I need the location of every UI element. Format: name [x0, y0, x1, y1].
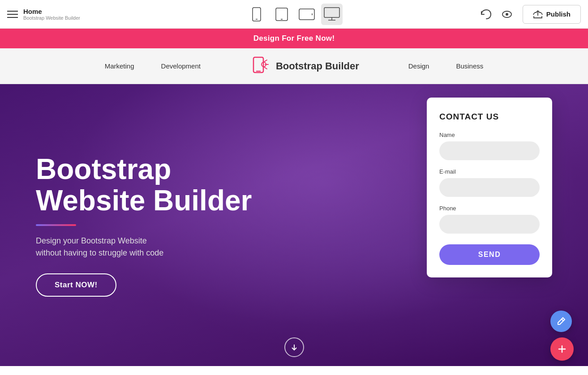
- hero-content: Bootstrap Website Builder Design your Bo…: [0, 153, 252, 297]
- promo-text: Design For Free Now!: [253, 34, 335, 43]
- hero-cta-button[interactable]: Start NOW!: [36, 273, 116, 297]
- nav-development[interactable]: Development: [161, 62, 201, 70]
- device-tablet-landscape-button[interactable]: [296, 4, 318, 25]
- add-fab-button[interactable]: [550, 337, 574, 361]
- toolbar-right: Publish: [479, 5, 581, 24]
- svg-rect-2: [276, 8, 288, 21]
- publish-button[interactable]: Publish: [523, 5, 581, 24]
- contact-form-card: CONTACT US Name E-mail Phone SEND: [427, 98, 552, 277]
- undo-button[interactable]: [479, 8, 491, 21]
- svg-line-15: [264, 67, 267, 69]
- fab-container: [550, 311, 574, 361]
- site-navbar: Marketing Development Bootstrap Builder …: [0, 48, 588, 84]
- nav-marketing[interactable]: Marketing: [105, 62, 134, 70]
- name-label: Name: [439, 132, 540, 138]
- brand-name: Bootstrap Builder: [276, 60, 359, 72]
- phone-field-group: Phone: [439, 205, 540, 234]
- home-label: Home: [23, 8, 80, 15]
- nav-links: Marketing Development Bootstrap Builder …: [105, 55, 484, 77]
- hero-subtitle: Design your Bootstrap Websitewithout hav…: [36, 235, 252, 259]
- toolbar-subtitle: Bootstrap Website Builder: [23, 15, 80, 21]
- nav-design[interactable]: Design: [408, 62, 429, 70]
- hero-divider: [36, 224, 76, 226]
- promo-bar[interactable]: Design For Free Now!: [0, 29, 588, 48]
- toolbar-title: Home Bootstrap Website Builder: [23, 8, 80, 21]
- hero-title-line2: Website Builder: [36, 184, 252, 217]
- email-label: E-mail: [439, 168, 540, 175]
- svg-point-10: [506, 13, 508, 16]
- device-mobile-button[interactable]: [246, 4, 267, 25]
- preview-button[interactable]: [500, 8, 514, 21]
- scroll-arrow[interactable]: [284, 337, 304, 357]
- send-button[interactable]: SEND: [439, 244, 540, 265]
- svg-line-18: [562, 319, 563, 321]
- nav-business[interactable]: Business: [456, 62, 483, 70]
- scroll-arrow-circle[interactable]: [284, 337, 304, 357]
- name-input[interactable]: [439, 141, 540, 160]
- device-desktop-button[interactable]: [321, 4, 343, 25]
- hamburger-menu[interactable]: [7, 11, 18, 18]
- edit-fab-button[interactable]: [550, 311, 572, 332]
- device-switcher: [246, 4, 343, 25]
- hero-title: Bootstrap Website Builder: [36, 153, 252, 217]
- toolbar-left: Home Bootstrap Website Builder: [7, 8, 97, 21]
- contact-title: CONTACT US: [439, 112, 540, 122]
- svg-rect-6: [324, 8, 339, 17]
- publish-label: Publish: [546, 10, 571, 18]
- device-tablet-button[interactable]: [271, 4, 292, 25]
- email-input[interactable]: [439, 178, 540, 197]
- phone-input[interactable]: [439, 215, 540, 234]
- hero-section: Bootstrap Website Builder Design your Bo…: [0, 84, 588, 366]
- email-field-group: E-mail: [439, 168, 540, 197]
- brand-logo: Bootstrap Builder: [250, 55, 359, 77]
- svg-line-13: [264, 60, 267, 62]
- phone-label: Phone: [439, 205, 540, 212]
- name-field-group: Name: [439, 132, 540, 160]
- toolbar: Home Bootstrap Website Builder: [0, 0, 588, 29]
- hero-title-line1: Bootstrap: [36, 153, 171, 185]
